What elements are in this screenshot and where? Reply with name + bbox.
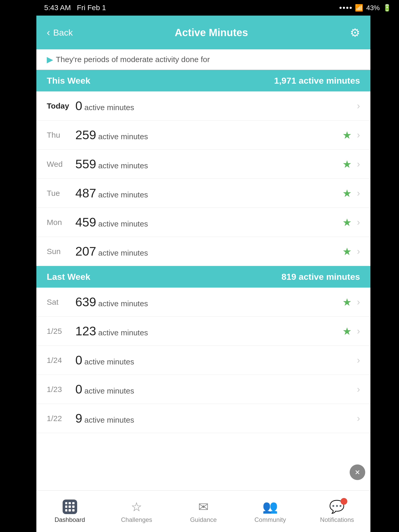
status-time: 5:43 AM Fri Feb 1 <box>44 4 106 12</box>
community-icon: 👥 <box>262 500 278 514</box>
tab-challenges[interactable]: ☆ Challenges <box>103 491 170 532</box>
row-sat[interactable]: Sat 639active minutes ★ › <box>36 288 370 317</box>
day-minutes-1-23: 0active minutes <box>75 382 357 396</box>
tab-challenges-label: Challenges <box>121 516 152 523</box>
day-minutes-sat: 639active minutes <box>75 295 342 309</box>
star-icon-thu: ★ <box>342 129 352 141</box>
day-minutes-sun: 207active minutes <box>75 244 342 258</box>
row-thu[interactable]: Thu 259active minutes ★ › <box>36 121 370 150</box>
tab-dashboard-label: Dashboard <box>55 516 85 523</box>
app-container: ‹ Back Active Minutes ⚙ ▶ They're period… <box>36 0 370 532</box>
chevron-right-icon: › <box>357 246 360 257</box>
day-minutes-1-25: 123active minutes <box>75 324 342 338</box>
settings-icon[interactable]: ⚙ <box>350 26 360 39</box>
row-1-23[interactable]: 1/23 0active minutes › <box>36 375 370 404</box>
chevron-right-icon: › <box>357 297 360 308</box>
description-text: They're periods of moderate activity don… <box>56 55 210 64</box>
day-label-1-25: 1/25 <box>47 327 75 336</box>
row-today[interactable]: Today 0active minutes › <box>36 91 370 121</box>
back-button[interactable]: ‹ Back <box>47 27 73 38</box>
this-week-total: 1,971 active minutes <box>274 76 360 86</box>
chevron-right-icon: › <box>357 355 360 366</box>
this-week-label: This Week <box>47 76 90 86</box>
star-icon-1-25: ★ <box>342 325 352 337</box>
row-wed[interactable]: Wed 559active minutes ★ › <box>36 150 370 179</box>
chevron-right-icon: › <box>357 217 360 228</box>
page-header: ‹ Back Active Minutes ⚙ <box>36 16 370 49</box>
chevron-right-icon: › <box>357 130 360 141</box>
day-label-1-22: 1/22 <box>47 414 75 423</box>
row-1-25[interactable]: 1/25 123active minutes ★ › <box>36 317 370 346</box>
day-label-1-24: 1/24 <box>47 356 75 365</box>
row-tue[interactable]: Tue 487active minutes ★ › <box>36 179 370 208</box>
dashboard-icon <box>63 500 77 514</box>
star-icon-sun: ★ <box>342 245 352 257</box>
row-sun[interactable]: Sun 207active minutes ★ › <box>36 237 370 266</box>
battery-indicator: 43% <box>366 4 380 12</box>
day-label-sun: Sun <box>47 247 75 256</box>
day-minutes-thu: 259active minutes <box>75 128 342 142</box>
last-week-total: 819 active minutes <box>282 272 360 282</box>
battery-icon: 🔋 <box>383 4 391 12</box>
description-partial: ▶ They're periods of moderate activity d… <box>36 49 370 70</box>
day-label-today: Today <box>47 102 75 110</box>
tab-bar: Dashboard ☆ Challenges ✉ Guidance 👥 Comm… <box>36 490 370 532</box>
day-minutes-mon: 459active minutes <box>75 215 342 229</box>
day-minutes-tue: 487active minutes <box>75 186 342 200</box>
day-label-wed: Wed <box>47 160 75 169</box>
back-label: Back <box>53 28 73 38</box>
guidance-icon: ✉ <box>198 500 209 514</box>
chevron-right-icon: › <box>357 384 360 395</box>
chevron-right-icon: › <box>357 413 360 424</box>
tab-guidance[interactable]: ✉ Guidance <box>170 491 237 532</box>
wifi-icon: 📶 <box>355 4 363 12</box>
star-icon-tue: ★ <box>342 187 352 199</box>
star-icon-sat: ★ <box>342 296 352 308</box>
back-chevron-icon: ‹ <box>47 27 50 38</box>
status-right: 📶 43% 🔋 <box>340 4 391 12</box>
star-icon-wed: ★ <box>342 158 352 170</box>
tab-community[interactable]: 👥 Community <box>237 491 304 532</box>
status-bar: 5:43 AM Fri Feb 1 📶 43% 🔋 <box>36 0 399 16</box>
day-label-thu: Thu <box>47 131 75 139</box>
page-title: Active Minutes <box>175 27 248 38</box>
scroll-content[interactable]: ▶ They're periods of moderate activity d… <box>36 49 370 490</box>
row-1-22[interactable]: 1/22 9active minutes › <box>36 404 370 433</box>
tab-guidance-label: Guidance <box>190 516 217 523</box>
tab-notifications-label: Notifications <box>320 516 354 523</box>
notification-badge <box>341 498 347 505</box>
chevron-right-icon: › <box>357 159 360 170</box>
resize-handle[interactable] <box>350 464 365 480</box>
row-mon[interactable]: Mon 459active minutes ★ › <box>36 208 370 237</box>
tab-community-label: Community <box>255 516 286 523</box>
chevron-right-icon: › <box>357 188 360 199</box>
row-1-24[interactable]: 1/24 0active minutes › <box>36 346 370 375</box>
this-week-header: This Week 1,971 active minutes <box>36 70 370 91</box>
day-label-1-23: 1/23 <box>47 385 75 394</box>
day-minutes-1-24: 0active minutes <box>75 353 357 367</box>
play-icon: ▶ <box>47 55 53 64</box>
day-label-mon: Mon <box>47 218 75 227</box>
day-label-tue: Tue <box>47 189 75 198</box>
day-minutes-1-22: 9active minutes <box>75 411 357 425</box>
star-icon-mon: ★ <box>342 216 352 228</box>
tab-notifications[interactable]: 💬 Notifications <box>304 491 370 532</box>
tab-dashboard[interactable]: Dashboard <box>36 491 103 532</box>
challenges-icon: ☆ <box>131 500 142 514</box>
last-week-header: Last Week 819 active minutes <box>36 266 370 288</box>
day-label-sat: Sat <box>47 298 75 307</box>
signal-icon <box>340 7 352 9</box>
day-minutes-wed: 559active minutes <box>75 157 342 171</box>
day-minutes-today: 0active minutes <box>75 99 357 113</box>
chevron-right-icon: › <box>357 101 360 111</box>
last-week-label: Last Week <box>47 272 90 282</box>
chevron-right-icon: › <box>357 326 360 337</box>
